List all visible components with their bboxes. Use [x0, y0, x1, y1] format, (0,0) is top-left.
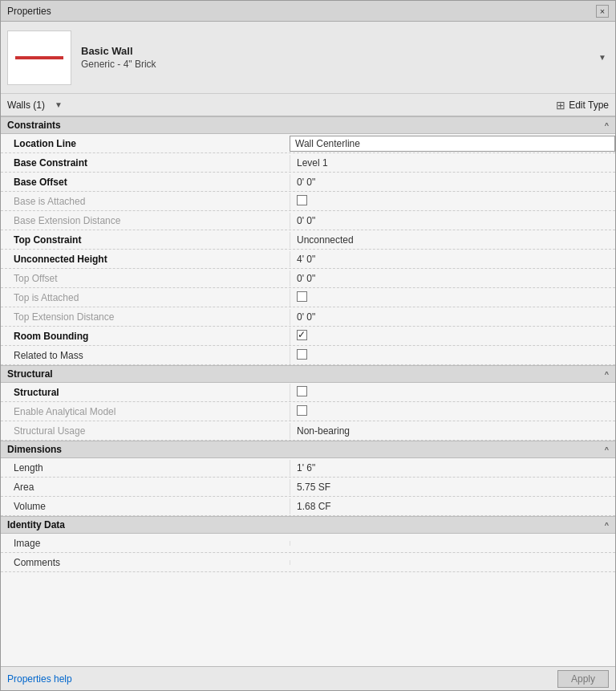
- property-label: Related to Mass: [1, 348, 290, 364]
- property-value[interactable]: Wall Centerline: [290, 136, 615, 152]
- property-label: Room Bounding: [1, 328, 290, 344]
- property-value: [290, 327, 615, 345]
- section-header-structural[interactable]: Structural^: [1, 365, 615, 383]
- table-row: Volume1.68 CF: [1, 497, 615, 516]
- table-row: Related to Mass: [1, 346, 615, 365]
- bottom-bar: Properties help Apply: [1, 666, 615, 690]
- property-value[interactable]: 0' 0": [290, 174, 615, 190]
- section-header-identity-data[interactable]: Identity Data^: [1, 516, 615, 534]
- property-value[interactable]: 1' 6": [290, 460, 615, 476]
- table-row: Location LineWall Centerline: [1, 134, 615, 153]
- window-title: Properties: [7, 6, 51, 17]
- property-value[interactable]: 0' 0": [290, 213, 615, 229]
- table-row: Area5.75 SF: [1, 478, 615, 497]
- property-label: Base Constraint: [1, 155, 290, 171]
- property-checkbox-checked[interactable]: [297, 330, 307, 340]
- type-label: Walls (1): [7, 100, 45, 111]
- table-row: Room Bounding: [1, 327, 615, 346]
- properties-content: Constraints^Location LineWall Centerline…: [1, 116, 615, 666]
- table-row: Unconnected Height4' 0": [1, 250, 615, 269]
- property-value[interactable]: 5.75 SF: [290, 479, 615, 495]
- property-checkbox[interactable]: [297, 386, 307, 396]
- table-row: Base Offset0' 0": [1, 173, 615, 192]
- property-checkbox[interactable]: [297, 195, 307, 205]
- property-label: Location Line: [1, 136, 290, 152]
- property-label: Comments: [1, 555, 290, 571]
- type-dropdown-arrow[interactable]: ▼: [55, 100, 63, 109]
- table-row: Base is Attached: [1, 192, 615, 211]
- property-label: Unconnected Height: [1, 251, 290, 267]
- property-label: Top Extension Distance: [1, 309, 290, 325]
- preview-title: Basic Wall: [81, 45, 586, 57]
- table-row: Top is Attached: [1, 288, 615, 307]
- collapse-arrow-structural[interactable]: ^: [605, 370, 609, 378]
- property-label: Volume: [1, 498, 290, 514]
- table-row: Length1' 6": [1, 458, 615, 478]
- property-value[interactable]: [290, 541, 615, 546]
- property-value: [290, 347, 615, 364]
- collapse-arrow-dimensions[interactable]: ^: [605, 445, 609, 453]
- property-label: Structural Usage: [1, 423, 290, 439]
- properties-help-link[interactable]: Properties help: [7, 673, 72, 685]
- property-checkbox[interactable]: [297, 291, 307, 302]
- edit-type-icon: ⊞: [556, 99, 565, 112]
- property-value[interactable]: 0' 0": [290, 309, 615, 325]
- table-row: Base ConstraintLevel 1: [1, 153, 615, 173]
- section-header-constraints[interactable]: Constraints^: [1, 116, 615, 134]
- property-value: [290, 289, 615, 307]
- property-label: Length: [1, 460, 290, 476]
- table-row: Top Offset0' 0": [1, 269, 615, 288]
- preview-dropdown-arrow[interactable]: ▼: [596, 51, 609, 64]
- close-button[interactable]: ×: [596, 5, 609, 18]
- property-label: Base is Attached: [1, 193, 290, 209]
- property-label: Base Extension Distance: [1, 213, 290, 229]
- property-checkbox[interactable]: [297, 349, 307, 360]
- property-value[interactable]: Unconnected: [290, 232, 615, 248]
- table-row: Structural: [1, 383, 615, 402]
- property-value[interactable]: Non-bearing: [290, 423, 615, 439]
- preview-area: Basic Wall Generic - 4" Brick ▼: [1, 22, 615, 94]
- preview-subtitle: Generic - 4" Brick: [81, 59, 586, 70]
- type-selector: Walls (1) ▼ ⊞ Edit Type: [1, 94, 615, 116]
- collapse-arrow-constraints[interactable]: ^: [605, 121, 609, 129]
- table-row: Image: [1, 534, 615, 553]
- property-value[interactable]: 1.68 CF: [290, 498, 615, 514]
- properties-window: Properties × Basic Wall Generic - 4" Bri…: [0, 0, 616, 691]
- property-label: Image: [1, 535, 290, 551]
- table-row: Top Extension Distance0' 0": [1, 307, 615, 327]
- property-label: Top is Attached: [1, 290, 290, 306]
- property-value[interactable]: [290, 560, 615, 565]
- property-label: Base Offset: [1, 174, 290, 190]
- property-value[interactable]: 4' 0": [290, 251, 615, 267]
- preview-info: Basic Wall Generic - 4" Brick: [81, 45, 586, 70]
- collapse-arrow-identity-data[interactable]: ^: [605, 521, 609, 529]
- property-value[interactable]: 0' 0": [290, 270, 615, 287]
- section-label-structural: Structural: [7, 368, 53, 380]
- property-label: Structural: [1, 384, 290, 400]
- property-label: Area: [1, 479, 290, 495]
- table-row: Top ConstraintUnconnected: [1, 230, 615, 250]
- edit-type-label: Edit Type: [569, 100, 609, 111]
- property-label: Enable Analytical Model: [1, 404, 290, 420]
- edit-type-button[interactable]: ⊞ Edit Type: [556, 99, 609, 112]
- title-bar: Properties ×: [1, 1, 615, 22]
- section-label-constraints: Constraints: [7, 120, 61, 131]
- property-value[interactable]: Level 1: [290, 155, 615, 171]
- section-label-identity-data: Identity Data: [7, 519, 65, 530]
- property-value: [290, 193, 615, 210]
- property-label: Top Constraint: [1, 232, 290, 248]
- apply-button[interactable]: Apply: [557, 670, 609, 688]
- table-row: Base Extension Distance0' 0": [1, 211, 615, 230]
- property-value: [290, 384, 615, 401]
- section-label-dimensions: Dimensions: [7, 444, 62, 455]
- thumbnail-line-graphic: [15, 56, 63, 59]
- table-row: Structural UsageNon-bearing: [1, 421, 615, 441]
- type-selector-left: Walls (1) ▼: [7, 100, 63, 111]
- property-value: [290, 403, 615, 421]
- section-header-dimensions[interactable]: Dimensions^: [1, 441, 615, 458]
- property-checkbox[interactable]: [297, 405, 307, 416]
- property-label: Top Offset: [1, 270, 290, 287]
- preview-thumbnail: [7, 30, 71, 85]
- table-row: Enable Analytical Model: [1, 402, 615, 421]
- table-row: Comments: [1, 553, 615, 572]
